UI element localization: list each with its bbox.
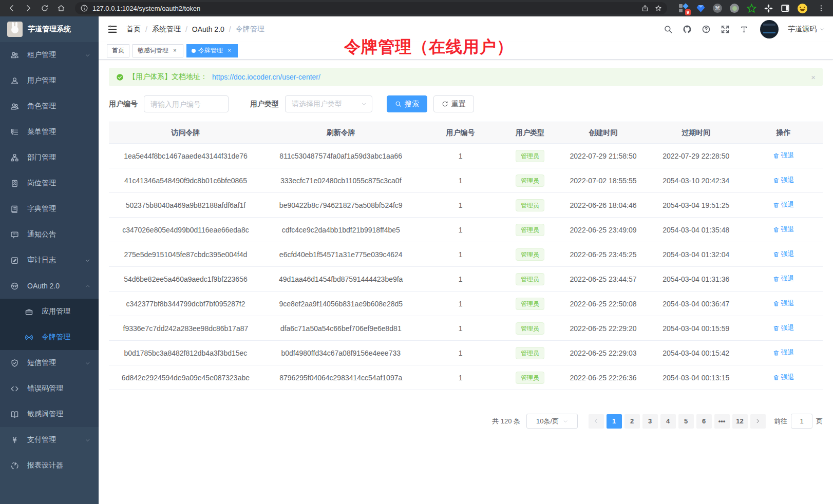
tab-label: 敏感词管理 xyxy=(138,46,168,55)
sidebar-item[interactable]: 审计日志 xyxy=(0,247,99,273)
gem-extension-icon[interactable] xyxy=(695,3,706,13)
prev-page-button[interactable] xyxy=(589,414,604,429)
force-logout-button[interactable]: 强退 xyxy=(773,373,794,382)
trash-icon xyxy=(773,251,780,258)
sidebar-extension-icon[interactable] xyxy=(780,3,790,13)
access-token-cell: 41c41346a548490f9dc8b01c6bfe0865 xyxy=(109,168,262,193)
pinwheel-extension-icon[interactable] xyxy=(763,3,773,13)
reset-button[interactable]: 重置 xyxy=(433,95,474,112)
help-icon[interactable] xyxy=(701,25,711,34)
breadcrumb-item[interactable]: 系统管理 xyxy=(152,25,181,34)
extension-blocks-icon[interactable]: 9 xyxy=(678,3,689,13)
chrome-menu-icon[interactable] xyxy=(815,2,828,15)
sidebar-item[interactable]: 通知公告 xyxy=(0,222,99,247)
sidebar-item[interactable]: 支付管理 xyxy=(0,427,99,453)
avatar[interactable] xyxy=(760,20,779,38)
sidebar-item-label: 应用管理 xyxy=(42,307,70,316)
force-logout-button[interactable]: 强退 xyxy=(773,200,794,209)
view-tab[interactable]: 首页 xyxy=(107,44,129,57)
page-ellipsis-button[interactable]: ••• xyxy=(714,414,730,429)
sidebar-item[interactable]: 字典管理 xyxy=(0,196,99,222)
sidebar-item[interactable]: 角色管理 xyxy=(0,93,99,119)
user-type-select[interactable]: 请选择用户类型 xyxy=(285,95,372,112)
menu-tree-icon xyxy=(10,128,19,137)
logo-bar[interactable]: 芋道管理系统 xyxy=(0,16,99,42)
green-star-extension-icon[interactable] xyxy=(746,3,756,13)
forward-icon[interactable] xyxy=(22,2,35,15)
page-buttons: 123456•••12 xyxy=(605,414,749,429)
force-logout-button[interactable]: 强退 xyxy=(773,348,794,357)
tab-close-icon[interactable]: × xyxy=(226,47,233,54)
user-name: 芋道源码 xyxy=(788,25,817,34)
view-tab[interactable]: 敏感词管理× xyxy=(132,44,183,57)
sidebar-item[interactable]: 令牌管理 xyxy=(0,324,99,350)
force-logout-button[interactable]: 强退 xyxy=(773,274,794,283)
address-bar[interactable]: 127.0.0.1:1024/system/oauth2/token xyxy=(75,2,667,14)
home-icon[interactable] xyxy=(54,2,68,15)
sidebar-item[interactable]: 报表设计器 xyxy=(0,453,99,478)
goto-page-input[interactable] xyxy=(791,414,812,429)
bookmark-star-icon[interactable] xyxy=(655,5,662,12)
collapse-sidebar-icon[interactable] xyxy=(107,24,118,35)
reload-icon[interactable] xyxy=(38,2,51,15)
command-extension-icon[interactable]: ⌘ xyxy=(712,3,723,13)
site-info-icon[interactable] xyxy=(80,4,88,12)
sidebar-item-label: OAuth 2.0 xyxy=(27,282,60,290)
force-logout-button[interactable]: 强退 xyxy=(773,299,794,308)
search-icon[interactable] xyxy=(663,25,673,34)
alert-doc-link[interactable]: https://doc.iocoder.cn/user-center/ xyxy=(212,73,320,81)
audit-icon xyxy=(10,256,19,265)
page-size-select[interactable]: 10条/页 xyxy=(526,414,578,429)
emoji-extension-icon[interactable] xyxy=(797,3,807,13)
fullscreen-icon[interactable] xyxy=(720,25,730,34)
force-logout-button[interactable]: 强退 xyxy=(773,225,794,234)
sidebar-item[interactable]: 敏感词管理 xyxy=(0,401,99,427)
page-number-button[interactable]: 4 xyxy=(660,414,676,429)
font-size-icon[interactable] xyxy=(739,25,749,34)
force-logout-button[interactable]: 强退 xyxy=(773,176,794,185)
breadcrumb-separator: / xyxy=(185,25,187,33)
force-logout-label: 强退 xyxy=(781,176,794,185)
next-page-button[interactable] xyxy=(750,414,766,429)
sidebar-item[interactable]: 短信管理 xyxy=(0,350,99,376)
sidebar-item[interactable]: 用户管理 xyxy=(0,68,99,93)
page-number-button[interactable]: 12 xyxy=(732,414,748,429)
sidebar-item[interactable]: 错误码管理 xyxy=(0,376,99,401)
page-number-button[interactable]: 6 xyxy=(696,414,712,429)
tab-close-icon[interactable]: × xyxy=(172,47,178,54)
page-number-button[interactable]: 2 xyxy=(624,414,640,429)
sidebar-item[interactable]: 租户管理 xyxy=(0,42,99,68)
user-id-cell: 1 xyxy=(420,292,502,316)
sidebar-item[interactable]: 菜单管理 xyxy=(0,119,99,145)
app-logo xyxy=(7,22,23,37)
alert-close-icon[interactable]: × xyxy=(811,73,816,82)
page-number-button[interactable]: 5 xyxy=(678,414,694,429)
user-id-input[interactable] xyxy=(144,95,229,112)
sidebar-item[interactable]: 部门管理 xyxy=(0,145,99,170)
github-icon[interactable] xyxy=(682,25,692,34)
sidebar-bottom: 支付管理报表设计器 xyxy=(0,427,99,504)
view-tab[interactable]: 令牌管理× xyxy=(186,44,238,57)
page-number-button[interactable]: 3 xyxy=(642,414,658,429)
breadcrumb-item: 令牌管理 xyxy=(236,25,264,34)
search-button[interactable]: 搜索 xyxy=(387,95,427,112)
sidebar-item[interactable]: 岗位管理 xyxy=(0,170,99,196)
force-logout-button[interactable]: 强退 xyxy=(773,151,794,160)
breadcrumb-item[interactable]: 首页 xyxy=(126,25,141,34)
url-text[interactable]: 127.0.0.1:1024/system/oauth2/token xyxy=(92,5,200,12)
share-icon[interactable] xyxy=(641,5,649,12)
browser-chrome: 127.0.0.1:1024/system/oauth2/token 9 ⌘ xyxy=(0,0,833,16)
recorder-extension-icon[interactable] xyxy=(729,3,740,13)
user-type-cell: 管理员 xyxy=(501,267,558,292)
force-logout-button[interactable]: 强退 xyxy=(773,249,794,259)
sidebar-item[interactable]: 应用管理 xyxy=(0,299,99,324)
user-id-cell: 1 xyxy=(420,267,502,292)
table-body: 1ea5e44f8bc1467aaede43144f31de76811c5304… xyxy=(109,144,823,390)
sidebar-item[interactable]: OAuth 2.0 xyxy=(0,273,99,299)
user-menu[interactable]: 芋道源码 xyxy=(788,25,825,34)
back-icon[interactable] xyxy=(5,2,18,15)
table-row: 6d842e2924594de9a09e45e087323abe8796295f… xyxy=(109,365,823,390)
breadcrumb-item[interactable]: OAuth 2.0 xyxy=(192,25,224,33)
force-logout-button[interactable]: 强退 xyxy=(773,323,794,333)
page-number-button[interactable]: 1 xyxy=(607,414,622,429)
